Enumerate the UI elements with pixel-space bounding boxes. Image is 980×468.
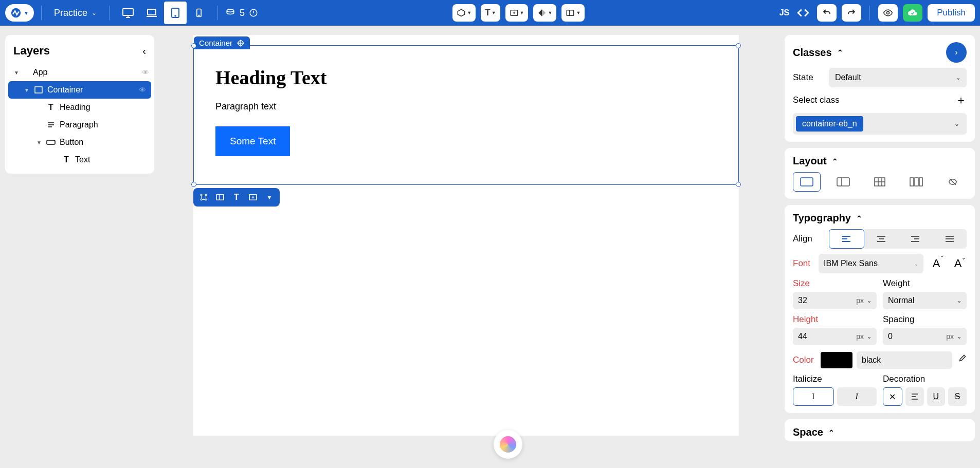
preview-button[interactable] xyxy=(878,4,898,22)
svg-point-17 xyxy=(201,199,202,200)
collapse-panel-icon[interactable]: ‹ xyxy=(142,45,146,57)
selection-label[interactable]: Container xyxy=(194,36,250,49)
add-component-button[interactable]: ▼ xyxy=(452,4,476,22)
publish-button[interactable]: Publish xyxy=(928,4,975,22)
color-input[interactable]: black xyxy=(857,351,952,369)
spacing-input[interactable]: 0px⌄ xyxy=(883,328,967,345)
tree-item-container[interactable]: ▼ Container 👁 xyxy=(8,81,151,99)
save-cloud-button[interactable] xyxy=(903,4,922,22)
font-select[interactable]: IBM Plex Sans ⌄ xyxy=(819,254,923,273)
canvas-button[interactable]: Some Text xyxy=(215,126,290,156)
italic-on[interactable]: I xyxy=(837,387,877,406)
align-right[interactable] xyxy=(898,229,933,249)
color-label: Color xyxy=(793,355,816,365)
add-class-button[interactable]: ＋ xyxy=(955,92,967,108)
eyedropper-icon[interactable] xyxy=(956,354,967,366)
page-selector[interactable]: Practice ⌄ xyxy=(49,8,102,18)
class-chip[interactable]: container-eb_n xyxy=(796,116,863,132)
canvas-heading[interactable]: Heading Text xyxy=(215,66,717,89)
tree-item-app[interactable]: ▼ App 👁 xyxy=(5,64,154,81)
chevron-up-icon[interactable]: ⌃ xyxy=(832,157,838,165)
ai-assistant-button[interactable] xyxy=(494,430,522,459)
button-icon xyxy=(46,139,56,145)
decoration-none[interactable]: ✕ xyxy=(883,387,902,406)
redo-button[interactable] xyxy=(842,4,861,22)
undo-button[interactable] xyxy=(817,4,837,22)
logo-menu[interactable]: ▼ xyxy=(5,4,34,22)
device-mobile[interactable] xyxy=(188,2,210,24)
layout-grid[interactable] xyxy=(866,172,894,192)
layout-hidden[interactable] xyxy=(939,172,967,192)
canvas[interactable]: Container Heading Text Paragraph text So… xyxy=(193,35,739,436)
align-label: Align xyxy=(793,234,824,244)
divider xyxy=(217,6,218,20)
chevron-down-icon: ⌄ xyxy=(867,333,872,340)
decoration-strike[interactable]: S xyxy=(948,387,967,406)
canvas-paragraph[interactable]: Paragraph text xyxy=(215,101,717,112)
divider xyxy=(41,6,42,20)
layout-columns[interactable] xyxy=(829,172,857,192)
color-swatch[interactable] xyxy=(821,352,852,368)
font-size-down[interactable]: A⌄ xyxy=(949,255,967,272)
resize-handle[interactable] xyxy=(191,43,196,48)
tree-label: Container xyxy=(47,85,83,95)
panel-title: Layout xyxy=(793,155,827,167)
chevron-up-icon[interactable]: ⌃ xyxy=(856,214,862,222)
expand-classes-button[interactable]: › xyxy=(946,42,967,63)
tree-item-button[interactable]: ▼ Button xyxy=(5,134,154,151)
device-desktop[interactable] xyxy=(117,2,139,24)
tree-item-text[interactable]: T Text xyxy=(5,151,154,169)
add-container-button[interactable]: ▼ xyxy=(505,4,529,22)
decoration-overline[interactable] xyxy=(905,387,924,406)
svg-rect-13 xyxy=(35,87,42,93)
font-size-up[interactable]: A⌃ xyxy=(928,255,945,272)
add-layout-button[interactable]: ▼ xyxy=(561,4,585,22)
layout-flex[interactable] xyxy=(902,172,930,192)
caret-icon: ▼ xyxy=(24,87,30,93)
divider xyxy=(109,6,110,20)
tree-label: App xyxy=(24,68,47,77)
align-center[interactable] xyxy=(864,229,899,249)
quick-layout-icon[interactable] xyxy=(214,191,226,203)
code-button[interactable] xyxy=(794,4,812,22)
properties-panel: Classes ⌃ › State Default ⌄ Select class… xyxy=(785,35,975,441)
visibility-icon[interactable]: 👁 xyxy=(139,86,146,94)
align-left[interactable] xyxy=(829,229,864,249)
height-input[interactable]: 44px⌄ xyxy=(793,328,877,345)
visibility-icon[interactable]: 👁 xyxy=(142,68,149,77)
quick-component-icon[interactable] xyxy=(197,191,210,203)
svg-rect-26 xyxy=(919,178,922,186)
chevron-up-icon[interactable]: ⌃ xyxy=(828,428,834,437)
panel-title: Typography xyxy=(793,212,851,224)
quick-more-icon[interactable]: ▼ xyxy=(263,191,276,203)
tree-item-heading[interactable]: T Heading xyxy=(5,99,154,116)
state-select[interactable]: Default ⌄ xyxy=(829,68,967,87)
insert-tools: ▼ T▼ ▼ ▼ ▼ xyxy=(452,4,585,22)
italic-off[interactable]: I xyxy=(793,387,834,406)
cms-indicator[interactable]: 5 xyxy=(225,8,258,18)
align-justify[interactable] xyxy=(933,229,967,249)
add-shape-button[interactable]: ▼ xyxy=(533,4,556,22)
classes-panel: Classes ⌃ › State Default ⌄ Select class… xyxy=(785,35,975,142)
class-selector[interactable]: container-eb_n ⌄ xyxy=(793,113,967,135)
weight-select[interactable]: Normal⌄ xyxy=(883,292,967,309)
svg-marker-9 xyxy=(458,9,465,16)
resize-handle[interactable] xyxy=(736,43,741,48)
font-label: Font xyxy=(793,258,814,269)
device-tablet[interactable] xyxy=(164,2,187,24)
chevron-down-icon: ⌄ xyxy=(956,74,960,81)
move-icon xyxy=(237,39,245,47)
device-laptop[interactable] xyxy=(140,2,163,24)
tree-item-paragraph[interactable]: Paragraph xyxy=(5,116,154,134)
js-toggle[interactable]: JS xyxy=(779,8,790,17)
decoration-underline[interactable]: U xyxy=(927,387,946,406)
add-text-button[interactable]: T▼ xyxy=(481,4,500,22)
resize-handle[interactable] xyxy=(736,182,741,187)
resize-handle[interactable] xyxy=(191,182,196,187)
quick-text-icon[interactable]: T xyxy=(230,191,243,203)
size-input[interactable]: 32px⌄ xyxy=(793,292,877,309)
tree-label: Text xyxy=(75,155,90,164)
chevron-up-icon[interactable]: ⌃ xyxy=(837,48,843,57)
layout-block[interactable] xyxy=(793,172,821,192)
quick-container-icon[interactable] xyxy=(247,191,259,203)
